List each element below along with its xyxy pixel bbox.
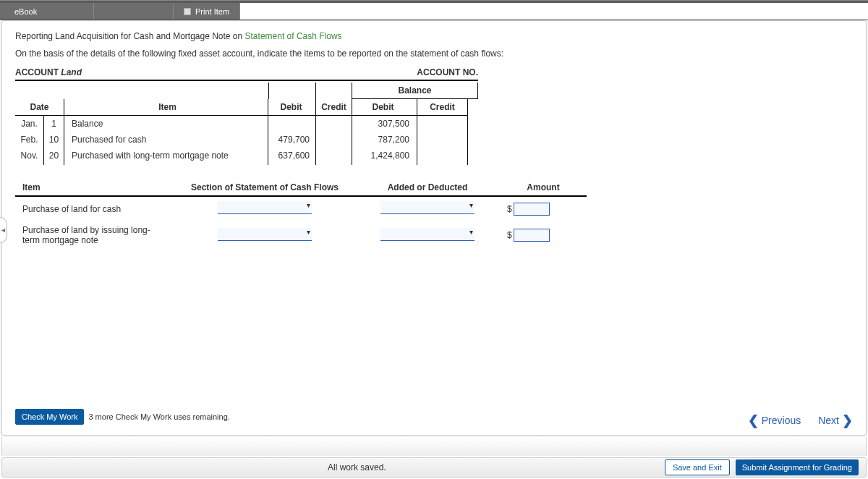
cell-day: 20 (44, 148, 64, 165)
account-name: Land (61, 67, 82, 77)
ledger-row: Jan. 1 Balance 307,500 (15, 116, 478, 132)
main-panel: Reporting Land Acquisition for Cash and … (1, 20, 867, 436)
cell-bdebit: 307,500 (352, 116, 417, 132)
col-date: Date (15, 99, 64, 116)
cell-month: Jan. (15, 116, 44, 132)
ans-col-amount: Amount (500, 179, 587, 196)
cell-bdebit: 1,424,800 (352, 148, 417, 165)
print-icon (184, 8, 191, 15)
ans-item: Purchase of land for cash (15, 196, 174, 221)
ledger-table: Balance Date Item Debit Credit Debit Cre… (15, 82, 478, 165)
chevron-right-icon: ❯ (842, 415, 853, 425)
tab-print[interactable]: Print Item (174, 3, 240, 20)
cell-credit (316, 132, 352, 148)
ans-col-item: Item (15, 179, 174, 196)
answer-table: Item Section of Statement of Cash Flows … (15, 179, 587, 250)
previous-link[interactable]: ❮ Previous (748, 415, 801, 426)
col-bcredit: Credit (417, 99, 468, 116)
cell-item: Balance (64, 116, 268, 132)
next-label: Next (818, 415, 839, 426)
cell-credit (316, 116, 352, 132)
account-label: ACCOUNT (15, 67, 59, 77)
cell-bcredit (417, 116, 468, 132)
cell-day: 10 (44, 132, 64, 148)
cell-month: Nov. (15, 148, 44, 165)
ans-col-section: Section of Statement of Cash Flows (174, 179, 355, 196)
col-item: Item (64, 99, 268, 116)
title-link[interactable]: Statement of Cash Flows (245, 31, 342, 41)
save-status: All work saved. (328, 462, 386, 472)
cell-bdebit: 787,200 (352, 132, 417, 148)
amount-input[interactable] (514, 203, 550, 216)
next-link[interactable]: Next ❯ (818, 415, 853, 426)
save-exit-button[interactable]: Save and Exit (665, 459, 730, 475)
ledger-row: Feb. 10 Purchased for cash 479,700 787,2… (15, 132, 478, 148)
submit-button[interactable]: Submit Assignment for Grading (736, 459, 859, 475)
check-my-work-button[interactable]: Check My Work (15, 409, 84, 425)
tab-spacer (94, 3, 174, 20)
footer-divider (1, 437, 867, 456)
balance-header: Balance (352, 82, 478, 99)
col-credit: Credit (316, 99, 352, 116)
cell-bcredit (417, 148, 468, 165)
print-label: Print Item (195, 7, 229, 16)
cell-item: Purchased for cash (64, 132, 268, 148)
ans-item: Purchase of land by issuing long-term mo… (15, 221, 174, 250)
answer-row: Purchase of land for cash $ (15, 196, 587, 221)
chevron-left-icon: ◄ (0, 226, 7, 234)
section-dropdown[interactable] (218, 201, 312, 214)
account-header: ACCOUNT Land ACCOUNT NO. (15, 67, 478, 81)
instruction-text: On the basis of the details of the follo… (15, 48, 853, 59)
tab-ebook[interactable]: eBook (0, 3, 94, 20)
cell-bcredit (417, 132, 468, 148)
col-debit: Debit (268, 99, 316, 116)
question-title: Reporting Land Acquisition for Cash and … (15, 31, 853, 41)
answer-row: Purchase of land by issuing long-term mo… (15, 221, 587, 250)
amount-input[interactable] (514, 229, 550, 242)
previous-label: Previous (762, 415, 801, 426)
ledger-row: Nov. 20 Purchased with long-term mortgag… (15, 148, 478, 165)
cell-debit: 637,600 (268, 148, 316, 165)
added-dropdown[interactable] (380, 228, 475, 241)
tab-bar: eBook Print Item (0, 3, 868, 20)
ans-col-added: Added or Deducted (355, 179, 500, 196)
cell-debit: 479,700 (268, 132, 316, 148)
section-dropdown[interactable] (218, 228, 312, 241)
cell-day: 1 (44, 116, 64, 132)
cell-month: Feb. (15, 132, 44, 148)
chevron-left-icon: ❮ (748, 415, 759, 425)
footer-bar: All work saved. Save and Exit Submit Ass… (1, 457, 867, 478)
cell-item: Purchased with long-term mortgage note (64, 148, 268, 165)
added-dropdown[interactable] (380, 201, 475, 214)
currency-symbol: $ (507, 204, 512, 214)
title-prefix: Reporting Land Acquisition for Cash and … (15, 31, 245, 41)
cell-debit (268, 116, 316, 132)
col-bdebit: Debit (352, 99, 417, 116)
cell-credit (316, 148, 352, 165)
check-hint: 3 more Check My Work uses remaining. (88, 412, 229, 421)
currency-symbol: $ (507, 230, 512, 240)
account-no-label: ACCOUNT NO. (417, 67, 478, 77)
side-expand-handle[interactable]: ◄ (0, 217, 7, 243)
